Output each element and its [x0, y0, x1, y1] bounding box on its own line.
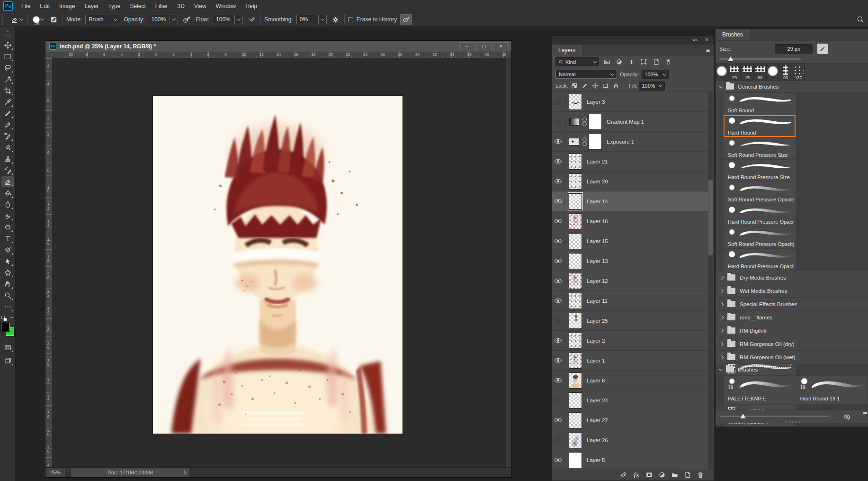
layer-thumbnail[interactable]: [569, 154, 582, 170]
brush-folder-row[interactable]: rons__flames: [716, 311, 868, 324]
brush-folder-row[interactable]: Special Effects Brushes: [716, 298, 868, 311]
pasteboard[interactable]: [53, 58, 511, 467]
brush-folder-row[interactable]: Dry Media Brushes: [716, 271, 868, 284]
layer-name[interactable]: Layer 24: [587, 398, 608, 403]
layer-thumbnail[interactable]: [569, 353, 582, 369]
menu-item[interactable]: Help: [241, 0, 262, 12]
layer-visibility-toggle[interactable]: [552, 211, 564, 231]
zoom-level[interactable]: 25%: [45, 468, 65, 477]
menu-item[interactable]: Filter: [151, 0, 173, 12]
maximize-button[interactable]: ▢: [476, 42, 492, 50]
tool-button[interactable]: [1, 176, 14, 187]
layers-footer-button[interactable]: [620, 471, 627, 479]
layers-footer-button[interactable]: [645, 471, 653, 479]
menu-item[interactable]: Select: [125, 0, 150, 12]
brush-size-slider[interactable]: [719, 58, 801, 60]
filter-type-button[interactable]: [626, 57, 636, 66]
canvas[interactable]: [153, 96, 403, 434]
layer-row[interactable]: Layer 2: [552, 331, 709, 351]
layer-name[interactable]: Layer 20: [587, 179, 608, 184]
filter-type-button[interactable]: [663, 57, 673, 66]
brush-preset[interactable]: Hard Round: [724, 115, 796, 137]
panel-resize-grip[interactable]: [784, 421, 800, 423]
recent-brush[interactable]: [767, 64, 779, 81]
layers-footer-button[interactable]: [658, 471, 666, 479]
layers-footer-button[interactable]: [684, 471, 691, 479]
brush-preset[interactable]: Soft Round Pressure Opacity a...: [724, 227, 796, 248]
airbrush-toggle[interactable]: [246, 15, 257, 25]
smoothing-options-button[interactable]: [330, 15, 341, 25]
menu-item[interactable]: 3D: [172, 0, 189, 12]
layer-thumbnail[interactable]: [569, 293, 582, 309]
recent-brush[interactable]: 15: [741, 64, 754, 81]
tool-button[interactable]: [1, 153, 14, 164]
layer-opacity-dropdown[interactable]: [661, 70, 669, 79]
layer-row[interactable]: Layer 20: [552, 172, 709, 191]
layer-row[interactable]: Layer 21: [552, 152, 709, 172]
layer-thumbnail[interactable]: [569, 452, 582, 468]
layers-footer-button[interactable]: fx: [633, 471, 640, 479]
photoshop-logo[interactable]: Ps: [3, 1, 13, 11]
layer-thumbnail[interactable]: [569, 193, 582, 209]
layer-visibility-toggle[interactable]: [552, 430, 564, 450]
layer-name[interactable]: Layer 15: [587, 238, 608, 244]
smoothing-dropdown[interactable]: [318, 15, 327, 24]
tool-button[interactable]: [1, 142, 14, 153]
erase-to-history-checkbox[interactable]: [348, 17, 353, 22]
brush-preset[interactable]: 19 PALETTEKNIFE: [724, 376, 796, 404]
layer-thumbnail[interactable]: [569, 118, 579, 126]
layer-name[interactable]: Layer 13: [587, 258, 608, 264]
layer-name[interactable]: Exposure 1: [607, 139, 634, 145]
tool-button[interactable]: [1, 290, 14, 301]
menu-item[interactable]: Type: [103, 0, 125, 12]
mode-select[interactable]: Brush: [85, 15, 120, 24]
smoothing-field[interactable]: 0%: [296, 15, 318, 24]
menu-item[interactable]: Layer: [80, 0, 103, 12]
lock-button[interactable]: [601, 82, 610, 91]
fill-field[interactable]: 100%: [639, 82, 658, 91]
layer-row[interactable]: Layer 3: [552, 92, 709, 112]
layer-row[interactable]: Layer 26: [552, 430, 709, 450]
recent-brush[interactable]: [716, 64, 728, 81]
layer-mask-thumbnail[interactable]: [589, 114, 602, 130]
layer-thumbnail[interactable]: [569, 333, 582, 349]
layer-row[interactable]: Layer 5: [552, 450, 709, 470]
close-panel-icon[interactable]: ✕: [705, 37, 709, 42]
brush-preset[interactable]: Soft Round Pressure Opacity: [724, 182, 796, 204]
layer-name[interactable]: Layer 14: [587, 199, 608, 204]
layer-visibility-toggle[interactable]: [552, 191, 564, 211]
brush-preset[interactable]: Hard Round Pressure Opacity.: [724, 249, 796, 271]
layer-visibility-toggle[interactable]: [552, 172, 564, 191]
tool-button[interactable]: [1, 210, 14, 221]
brush-preset[interactable]: Hard Round Pressure Size: [724, 160, 796, 182]
layer-name[interactable]: Layer 16: [587, 218, 608, 224]
brush-preset[interactable]: Soft Round: [724, 93, 796, 115]
layer-row[interactable]: Layer 27: [552, 410, 709, 430]
tool-button[interactable]: [1, 233, 14, 244]
fill-dropdown[interactable]: [657, 82, 665, 91]
minimize-button[interactable]: –: [459, 42, 474, 50]
tool-button[interactable]: [1, 278, 14, 290]
tool-button[interactable]: [1, 187, 14, 199]
brush-preset[interactable]: Hard Round Pressure Opacity: [724, 204, 796, 226]
recent-brush[interactable]: 93: [779, 64, 792, 81]
layer-name[interactable]: Layer 27: [587, 417, 608, 423]
layer-mask-thumbnail[interactable]: [589, 134, 602, 150]
layer-row[interactable]: Gradient Map 1: [552, 112, 709, 132]
filter-type-button[interactable]: [602, 57, 612, 66]
search-icon[interactable]: [856, 15, 864, 23]
layer-visibility-toggle[interactable]: [552, 331, 564, 350]
brush-group-brushes[interactable]: Brushes: [716, 364, 868, 375]
flow-field[interactable]: 100%: [213, 15, 234, 24]
lock-button[interactable]: [611, 82, 620, 91]
layer-thumbnail[interactable]: [569, 392, 582, 408]
layer-thumbnail[interactable]: [569, 412, 582, 428]
layers-footer-button[interactable]: [697, 471, 704, 479]
layer-name[interactable]: Layer 3: [587, 99, 605, 105]
layers-scrollbar[interactable]: [708, 92, 713, 470]
layer-row[interactable]: Layer 24: [552, 390, 709, 410]
close-button[interactable]: ✕: [493, 42, 509, 50]
brush-folder-row[interactable]: RM Gorgeous Oil (wet): [716, 351, 868, 364]
brush-settings-button[interactable]: [817, 44, 828, 54]
swap-colors-button[interactable]: [9, 316, 14, 321]
